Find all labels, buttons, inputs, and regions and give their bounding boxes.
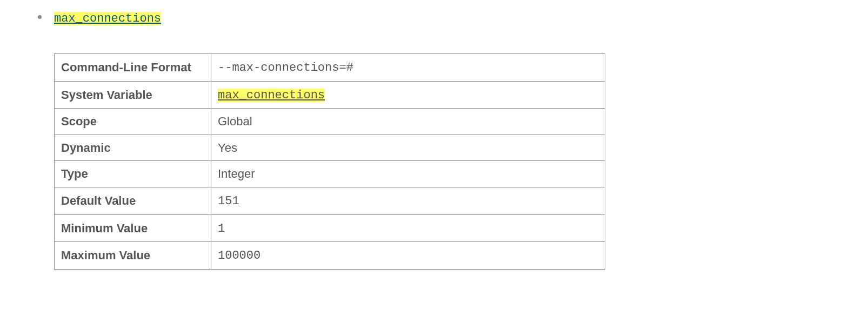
variable-list-item: max_connections Command-Line Format --ma…	[38, 11, 846, 270]
property-label: Command-Line Format	[55, 54, 211, 82]
variable-properties-table: Command-Line Format --max-connections=# …	[54, 53, 605, 270]
property-value: 100000	[211, 242, 605, 270]
property-label: Minimum Value	[55, 214, 211, 242]
property-label: Dynamic	[55, 135, 211, 161]
table-row: Maximum Value 100000	[55, 242, 605, 270]
property-value: Global	[211, 109, 605, 135]
property-value: --max-connections=#	[211, 54, 605, 82]
property-label: Scope	[55, 109, 211, 135]
variable-list: max_connections Command-Line Format --ma…	[22, 11, 846, 270]
property-value: 151	[211, 187, 605, 214]
property-label: Default Value	[55, 187, 211, 214]
property-label: System Variable	[55, 81, 211, 109]
property-value: Integer	[211, 161, 605, 187]
dynamic-value: Yes	[218, 141, 237, 154]
system-variable-link[interactable]: max_connections	[218, 89, 325, 102]
default-value: 151	[218, 194, 239, 208]
table-row: Minimum Value 1	[55, 214, 605, 242]
property-label: Maximum Value	[55, 242, 211, 270]
property-value: 1	[211, 214, 605, 242]
property-value: Yes	[211, 135, 605, 161]
scope-value: Global	[218, 115, 252, 128]
variable-name-link[interactable]: max_connections	[54, 12, 161, 25]
table-row: System Variable max_connections	[55, 81, 605, 109]
table-row: Default Value 151	[55, 187, 605, 214]
command-line-format-value: --max-connections=#	[218, 61, 353, 75]
maximum-value: 100000	[218, 249, 261, 263]
type-value: Integer	[218, 167, 255, 180]
property-value: max_connections	[211, 81, 605, 109]
table-row: Type Integer	[55, 161, 605, 187]
table-row: Dynamic Yes	[55, 135, 605, 161]
table-row: Command-Line Format --max-connections=#	[55, 54, 605, 82]
minimum-value: 1	[218, 222, 225, 236]
property-label: Type	[55, 161, 211, 187]
table-row: Scope Global	[55, 109, 605, 135]
